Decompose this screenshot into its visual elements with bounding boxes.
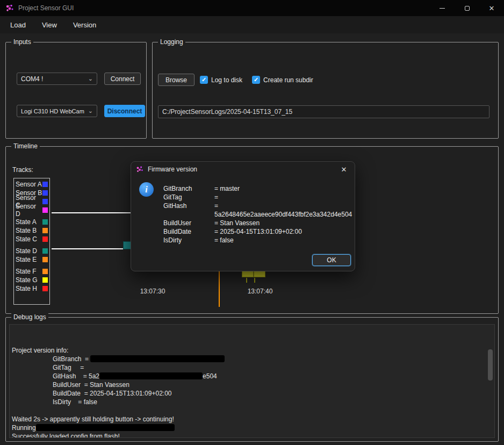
menu-bar: LoadViewVersion [0,16,504,33]
log-line: GitTag = [12,363,494,372]
log-path-input[interactable]: C:/ProjectSensorLogs/2025-04-15T13_07_15 [158,105,489,118]
window-title: Project Sensor GUI [18,4,74,12]
maximize-button[interactable] [455,0,479,16]
log-text: e504 [203,372,217,380]
ok-button[interactable]: OK [312,254,351,266]
timeline-signal-segment [52,248,124,249]
info-icon-glyph: i [145,185,147,195]
log-line: Running [12,424,494,432]
chevron-down-icon: ⌄ [88,107,93,114]
log-to-disk-checkbox[interactable]: ✓ Log to disk [200,76,242,84]
browse-button[interactable]: Browse [158,74,195,86]
minimize-icon [440,8,445,9]
scrollbar-thumb[interactable] [488,349,493,381]
logging-checkboxes: ✓ Log to disk ✓ Create run subdir [200,76,313,84]
log-text: GitHash = 5a2 [53,372,99,380]
log-text: Project version info: [12,347,68,354]
dialog-close-button[interactable]: ✕ [333,162,355,177]
title-bar: Project Sensor GUI ✕ [0,0,504,16]
logging-legend: Logging [158,38,185,46]
com-port-value: COM4 ! [21,75,43,83]
checkbox-check-icon: ✓ [200,76,208,84]
log-text: Waited 2s -> apparently still holding bu… [12,415,174,423]
disconnect-button[interactable]: Disconnect [104,105,145,117]
time-axis-label: 13:07:40 [233,288,287,295]
firmware-info-row: GitBranch= master [163,184,350,193]
maximize-icon [465,6,470,11]
log-line: BuildDate = 2025-04-15T13:01:09+02:00 [12,389,494,398]
dialog-title-bar: Firmware version ✕ [131,162,355,177]
firmware-value: = 5a2648465e2aaeece90df443fbf2e3a342d4e5… [214,202,352,219]
firmware-info-row: IsDirty= false [163,236,350,245]
firmware-value: = 2025-04-15T13:01:09+02:00 [214,227,350,236]
minimize-button[interactable] [430,0,455,16]
firmware-value: = master [214,184,350,193]
log-text: GitTag = [53,364,84,371]
firmware-info-row: GitHash= 5a2648465e2aaeece90df443fbf2e3a… [163,202,350,219]
firmware-key: GitHash [163,202,214,219]
menu-item-load[interactable]: Load [2,18,34,32]
firmware-info-row: GitTag= [163,193,350,202]
app-window: Project Sensor GUI ✕ LoadViewVersion Inp… [0,0,504,445]
redaction-bar [90,355,225,362]
chevron-down-icon: ⌄ [88,75,93,82]
checkbox-check-icon: ✓ [252,76,260,84]
info-icon: i [139,182,154,197]
dialog-title: Firmware version [148,166,197,173]
timeline-event-tick [254,278,255,283]
timeline-signal-segment [52,212,133,213]
firmware-info-row: BuildUser= Stan Vaessen [163,219,350,227]
log-path-value: C:/ProjectSensorLogs/2025-04-15T13_07_15 [162,108,292,116]
time-axis-label: 13:07:30 [126,288,179,295]
firmware-key: GitBranch [163,184,214,193]
firmware-version-dialog: Firmware version ✕ i GitBranch= masterGi… [131,161,355,271]
log-line: BuildUser = Stan Vaessen [12,381,494,389]
log-to-disk-label: Log to disk [211,76,242,84]
log-text: IsDirty = false [53,398,97,406]
log-line: Project version info: [12,346,494,355]
firmware-value: = [214,193,350,202]
inputs-group: Inputs COM4 ! ⌄ Connect Logi C310 HD Web… [5,42,147,139]
log-line: Successfully loaded config from flash! [12,432,494,438]
redaction-bar [36,424,175,431]
menu-item-version[interactable]: Version [65,18,104,32]
log-line: Waited 2s -> apparently still holding bu… [12,415,494,424]
connect-button[interactable]: Connect [104,73,141,85]
log-text: BuildDate = 2025-04-15T13:01:09+02:00 [53,390,172,397]
firmware-key: BuildDate [163,227,214,236]
log-line: IsDirty = false [12,398,494,406]
menu-item-view[interactable]: View [34,18,65,32]
logging-group: Logging Browse ✓ Log to disk ✓ Create ru… [152,42,499,139]
firmware-key: IsDirty [163,236,214,245]
firmware-value: = false [214,236,350,245]
debug-logs-group: Debug logs Project version info:GitBranc… [5,317,499,442]
log-text: GitBranch = [53,355,90,363]
firmware-key: BuildUser [163,219,214,227]
log-line [12,406,494,415]
log-text: Running [12,424,36,432]
app-icon [136,166,143,173]
debug-logs-legend: Debug logs [11,313,48,321]
close-icon: ✕ [489,4,495,12]
webcam-value: Logi C310 HD WebCam [21,108,84,114]
log-text: Successfully loaded config from flash! [12,433,120,438]
close-icon: ✕ [341,166,347,174]
firmware-key: GitTag [163,193,214,202]
log-line: GitBranch = [12,355,494,363]
app-icon [5,4,14,12]
firmware-value: = Stan Vaessen [214,219,350,227]
log-text: BuildUser = Stan Vaessen [53,381,129,389]
firmware-info-row: BuildDate= 2025-04-15T13:01:09+02:00 [163,227,350,236]
firmware-info-rows: GitBranch= masterGitTag=GitHash= 5a26484… [163,184,350,245]
create-run-subdir-checkbox[interactable]: ✓ Create run subdir [252,76,313,84]
close-button[interactable]: ✕ [479,0,504,16]
com-port-select[interactable]: COM4 ! ⌄ [17,73,97,85]
log-line: GitHash = 5a2e504 [12,372,494,381]
webcam-select[interactable]: Logi C310 HD WebCam ⌄ [17,105,97,117]
debug-log-lines: Project version info:GitBranch = GitTag … [12,346,494,438]
redaction-bar [99,372,203,379]
window-controls: ✕ [430,0,504,16]
create-run-subdir-label: Create run subdir [263,76,313,84]
debug-log-view[interactable]: Project version info:GitBranch = GitTag … [9,324,495,438]
timeline-event-tick [246,278,247,283]
